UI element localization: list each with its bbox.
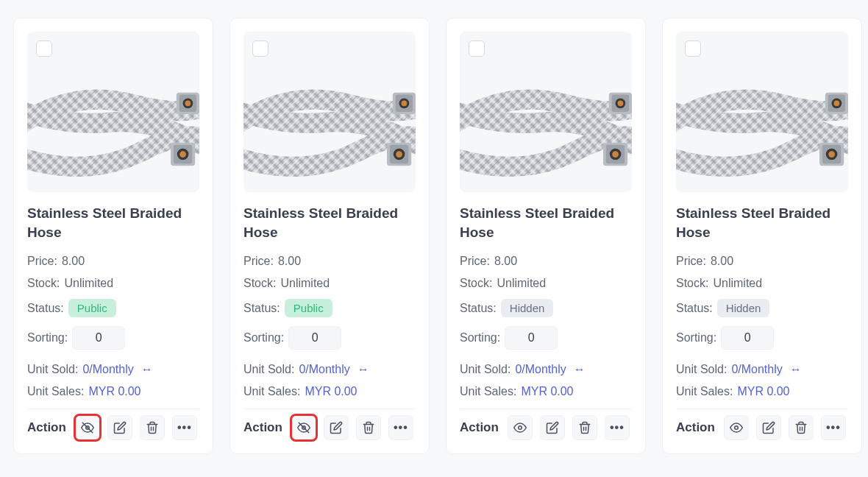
svg-point-36 [612,151,619,158]
sorting-input[interactable] [721,326,774,350]
divider [27,409,199,409]
price-value: 8.00 [62,255,85,268]
unit-sold-label: Unit Sold: [243,363,294,376]
price-value: 8.00 [278,255,301,268]
action-row: Action [243,415,416,440]
status-label: Status: [676,302,713,315]
product-title: Stainless Steel Braided Hose [460,204,632,241]
edit-button[interactable] [107,415,132,440]
sorting-label: Sorting: [243,331,284,344]
trash-icon [794,421,808,434]
unit-sold-label: Unit Sold: [27,363,78,376]
edit-button[interactable] [756,415,781,440]
swap-icon[interactable]: ↔ [790,363,802,376]
price-value: 8.00 [711,255,733,268]
stock-label: Stock: [676,277,708,290]
swap-icon[interactable]: ↔ [141,363,153,376]
visibility-button[interactable] [724,415,749,440]
svg-point-10 [179,151,186,158]
unit-sold-value[interactable]: 0/Monthly [515,363,566,376]
product-title: Stainless Steel Braided Hose [243,204,416,241]
visibility-button[interactable] [291,415,316,440]
svg-point-23 [396,151,402,158]
unit-sales-value[interactable]: MYR 0.00 [737,385,789,398]
product-illustration [460,32,632,192]
status-badge: Public [68,299,116,317]
stock-row: Stock: Unlimited [460,277,632,290]
product-title: Stainless Steel Braided Hose [676,204,848,241]
unit-sales-label: Unit Sales: [243,385,300,398]
visibility-button[interactable] [508,415,533,440]
price-row: Price: 8.00 [460,255,632,268]
price-row: Price: 8.00 [676,255,848,268]
status-badge: Hidden [717,299,770,317]
stock-value: Unlimited [280,277,330,290]
sorting-input[interactable] [505,326,558,350]
unit-sold-value[interactable]: 0/Monthly [731,363,782,376]
more-button[interactable]: ••• [388,415,413,440]
sorting-row: Sorting: [460,326,632,350]
unit-sales-label: Unit Sales: [676,385,733,398]
edit-icon [330,421,343,434]
ellipsis-icon: ••• [177,421,192,434]
action-label: Action [243,420,282,435]
action-label: Action [27,420,66,435]
swap-icon[interactable]: ↔ [357,363,369,376]
product-image [243,32,416,192]
divider [460,409,632,409]
action-label: Action [676,420,715,435]
stock-row: Stock: Unlimited [27,277,199,290]
swap-icon[interactable]: ↔ [574,363,586,376]
unit-sold-value[interactable]: 0/Monthly [299,363,349,376]
delete-button[interactable] [572,415,597,440]
product-illustration [27,32,199,192]
product-card: Stainless Steel Braided Hose Price: 8.00… [13,18,213,454]
product-illustration [676,32,848,192]
more-button[interactable]: ••• [821,415,846,440]
sorting-row: Sorting: [27,326,199,350]
visibility-button[interactable] [75,415,100,440]
edit-button[interactable] [540,415,565,440]
sorting-label: Sorting: [27,331,68,344]
edit-button[interactable] [324,415,349,440]
status-row: Status: Hidden [460,299,632,317]
ellipsis-icon: ••• [394,421,408,434]
product-illustration [243,32,416,192]
svg-point-19 [402,100,408,106]
delete-button[interactable] [140,415,165,440]
price-row: Price: 8.00 [243,255,416,268]
edit-icon [762,421,775,434]
unit-sales-value[interactable]: MYR 0.00 [88,385,140,398]
product-card: Stainless Steel Braided Hose Price: 8.00… [446,18,646,454]
sorting-input[interactable] [288,326,341,350]
select-checkbox[interactable] [469,40,485,57]
more-button[interactable]: ••• [172,415,197,440]
status-row: Status: Public [27,299,199,317]
unit-sales-value[interactable]: MYR 0.00 [305,385,357,398]
stock-label: Stock: [27,277,60,290]
trash-icon [362,421,375,434]
unit-sales-label: Unit Sales: [27,385,84,398]
select-checkbox[interactable] [685,40,701,57]
sorting-input[interactable] [72,326,125,350]
product-image [676,32,848,192]
select-checkbox[interactable] [252,40,268,57]
product-image [460,32,632,192]
sorting-label: Sorting: [676,331,716,344]
delete-button[interactable] [789,415,814,440]
svg-point-6 [185,100,191,106]
unit-sales-row: Unit Sales: MYR 0.00 [27,385,199,398]
more-button[interactable]: ••• [605,415,630,440]
unit-sold-value[interactable]: 0/Monthly [82,363,133,376]
product-card: Stainless Steel Braided Hose Price: 8.00… [230,18,430,454]
product-title: Stainless Steel Braided Hose [27,204,199,241]
svg-point-32 [618,100,624,106]
eye-off-icon [81,421,94,434]
unit-sales-value[interactable]: MYR 0.00 [521,385,573,398]
price-label: Price: [460,255,490,268]
unit-sales-row: Unit Sales: MYR 0.00 [676,385,848,398]
delete-button[interactable] [356,415,381,440]
select-checkbox[interactable] [36,40,52,57]
sorting-row: Sorting: [676,326,848,350]
product-card: Stainless Steel Braided Hose Price: 8.00… [662,18,862,454]
